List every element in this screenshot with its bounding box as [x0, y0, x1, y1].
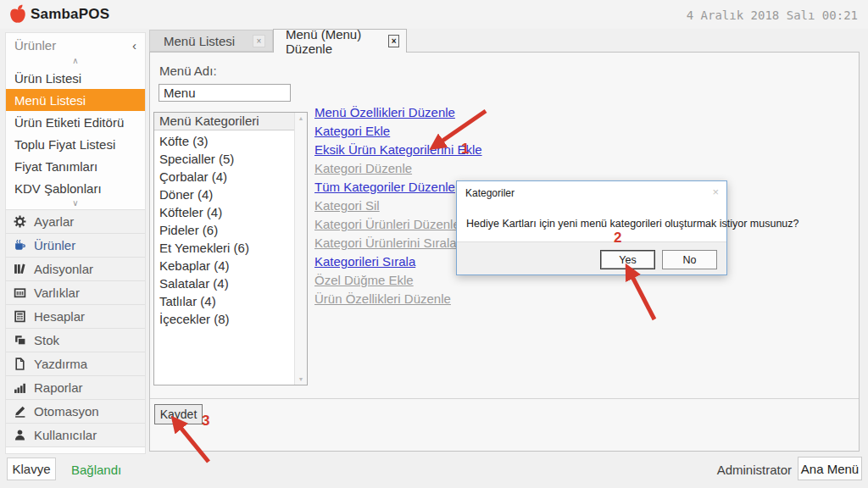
top-bar: SambaPOS 4 Aralık 2018 Salı 00:21 [0, 0, 868, 29]
sidebar-section-label: Varlıklar [34, 286, 80, 300]
sidebar-section-yazdirma[interactable]: Yazdırma [6, 352, 145, 376]
sidebar-section-ayarlar[interactable]: Ayarlar [6, 210, 145, 234]
sidebar-section-urunler[interactable]: Ürünler [6, 234, 145, 258]
close-icon[interactable]: × [712, 186, 719, 198]
sidebar-section-label: Otomasyon [34, 404, 99, 419]
yes-button[interactable]: Yes [600, 250, 655, 269]
sidebar-section-raporlar[interactable]: Raporlar [6, 376, 145, 400]
datetime-display: 4 Aralık 2018 Salı 00:21 [687, 8, 858, 22]
gear-icon [14, 215, 26, 228]
link-urun-ozellikleri-duzenle: Ürün Özellikleri Düzenle [314, 292, 482, 306]
chevron-down-icon[interactable]: ∨ [6, 199, 145, 209]
menu-name-label: Menü Adı: [159, 64, 217, 78]
close-icon[interactable]: × [388, 35, 399, 47]
books-icon [14, 263, 26, 275]
tab-menu-listesi[interactable]: Menü Listesi × [149, 30, 273, 52]
list-item[interactable]: Tatlılar (4) [154, 292, 307, 310]
menu-categories-listbox: Menü Kategorileri Köfte (3) Specialler (… [153, 112, 308, 385]
cash-register-icon [14, 286, 26, 299]
sidebar-section-label: Adisyonlar [34, 262, 93, 276]
sidebar-item-fiyat-tanimlari[interactable]: Fiyat Tanımları [6, 155, 145, 177]
category-list: Köfte (3) Specialler (5) Çorbalar (4) Dö… [154, 130, 307, 328]
user-icon [14, 429, 26, 441]
scroll-up-icon[interactable]: ▲ [295, 115, 307, 121]
list-item[interactable]: Salatalar (4) [154, 274, 307, 292]
link-ozel-dugme-ekle: Özel Düğme Ekle [314, 274, 482, 287]
tab-label: Menü (Menu) Düzenle [286, 27, 388, 56]
sidebar-section-hesaplar[interactable]: Hesaplar [6, 305, 145, 329]
list-header: Menü Kategorileri [154, 113, 294, 130]
calculator-icon [14, 310, 26, 323]
document-icon [14, 358, 26, 370]
divider [150, 398, 859, 399]
sambapos-apple-icon [8, 4, 27, 25]
list-item[interactable]: Döner (4) [154, 186, 307, 203]
no-button[interactable]: No [662, 250, 717, 269]
sidebar-item-menu-listesi[interactable]: Menü Listesi [6, 89, 145, 111]
link-kategori-duzenle: Kategori Düzenle [314, 162, 482, 175]
list-item[interactable]: İçecekler (8) [154, 310, 307, 328]
sidebar-sections: Ayarlar Ürünler Adisyonlar Varlıklar Hes… [6, 209, 145, 447]
dialog-title: Kategoriler [465, 187, 515, 199]
sidebar-section-label: Ürünler [34, 238, 75, 252]
sidebar-section-stok[interactable]: Stok [6, 329, 145, 352]
sidebar-item-kdv-sablonlari[interactable]: KDV Şablonları [6, 177, 145, 199]
sidebar-section-adisyonlar[interactable]: Adisyonlar [6, 258, 145, 281]
sidebar-section-label: Raporlar [34, 380, 83, 395]
list-item[interactable]: Specialler (5) [154, 150, 307, 168]
sidebar-section-label: Ayarlar [34, 214, 74, 229]
connection-status: Bağlandı [71, 463, 121, 477]
link-eksik-urun-kategorilerini-ekle[interactable]: Eksik Ürün Kategorilerini Ekle [314, 143, 482, 157]
list-item[interactable]: Pideler (6) [154, 221, 307, 239]
sidebar-section-label: Hesaplar [34, 309, 85, 324]
list-item[interactable]: Çorbalar (4) [154, 168, 307, 186]
kategoriler-dialog: Kategoriler × Hediye Kartları için yeni … [456, 180, 727, 275]
stack-icon [14, 334, 26, 347]
app-title: SambaPOS [31, 6, 109, 23]
keyboard-button[interactable]: Klavye [7, 458, 56, 480]
sidebar-section-label: Stok [34, 333, 59, 347]
sidebar-section-kullanicilar[interactable]: Kullanıcılar [6, 424, 145, 447]
tab-label: Menü Listesi [164, 34, 235, 48]
list-item[interactable]: Köfte (3) [154, 132, 307, 150]
close-icon[interactable]: × [253, 35, 265, 47]
sidebar-section-varliklar[interactable]: Varlıklar [6, 281, 145, 305]
sidebar-header-label: Ürünler [14, 38, 56, 53]
save-button[interactable]: Kaydet [154, 404, 203, 424]
sidebar-header: Ürünler ‹ [6, 33, 145, 57]
sidebar-item-toplu-fiyat-listesi[interactable]: Toplu Fiyat Listesi [6, 133, 145, 155]
list-item[interactable]: Kebaplar (4) [154, 257, 307, 274]
sidebar: Ürünler ‹ ∧ Ürün Listesi Menü Listesi Ür… [5, 32, 146, 454]
main-menu-button[interactable]: Ana Menü [798, 457, 862, 480]
sidebar-collapse-icon[interactable]: ‹ [132, 38, 136, 53]
sidebar-section-label: Yazdırma [34, 357, 87, 371]
current-user-label: Administrator [717, 463, 792, 477]
list-item[interactable]: Et Yemekleri (6) [154, 239, 307, 257]
sidebar-section-otomasyon[interactable]: Otomasyon [6, 400, 145, 424]
menu-name-input[interactable] [159, 84, 291, 102]
dialog-message: Hediye Kartları için yeni menü kategoril… [466, 218, 799, 230]
list-item[interactable]: Köfteler (4) [154, 203, 307, 221]
tab-menu-duzenle[interactable]: Menü (Menu) Düzenle × [273, 29, 407, 53]
bar-chart-icon [14, 381, 26, 394]
scroll-down-icon[interactable]: ▼ [295, 376, 307, 382]
app-logo: SambaPOS [8, 4, 109, 25]
sidebar-item-urun-listesi[interactable]: Ürün Listesi [6, 67, 145, 89]
sidebar-section-label: Kullanıcılar [34, 428, 97, 442]
link-kategori-ekle[interactable]: Kategori Ekle [314, 125, 482, 138]
pencil-icon [14, 405, 26, 418]
sidebar-item-urun-etiketi-editoru[interactable]: Ürün Etiketi Editörü [6, 111, 145, 133]
link-menu-ozellikleri-duzenle[interactable]: Menü Özellikleri Düzenle [314, 106, 482, 119]
scrollbar[interactable]: ▲ ▼ [294, 113, 307, 385]
dialog-button-strip: Yes No [457, 241, 726, 274]
chevron-up-icon[interactable]: ∧ [6, 57, 145, 67]
cup-icon [14, 239, 26, 252]
